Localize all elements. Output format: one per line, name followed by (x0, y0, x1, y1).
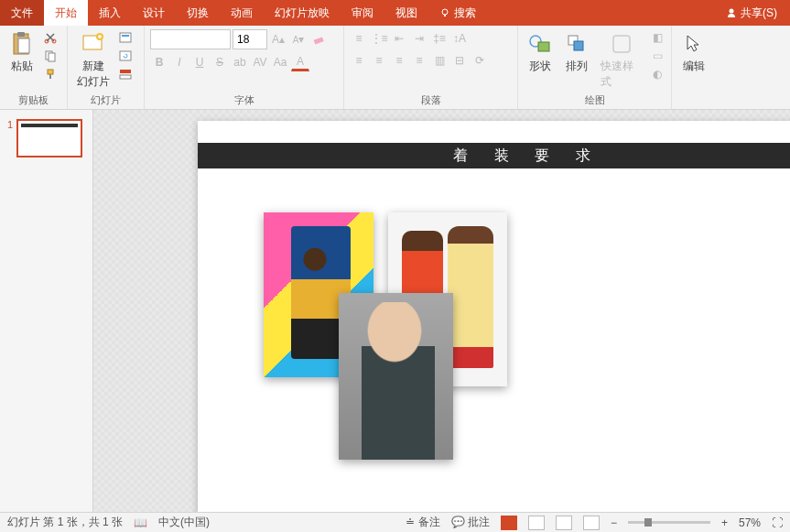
editing-button[interactable]: 编辑 (677, 29, 710, 76)
shapes-button[interactable]: 形状 (524, 29, 557, 76)
tab-file[interactable]: 文件 (0, 0, 44, 26)
shapes-icon (528, 33, 552, 55)
layout-button[interactable] (117, 29, 134, 46)
spellcheck-icon[interactable]: 📖 (134, 516, 147, 529)
slide-thumbnail-1[interactable] (16, 119, 82, 157)
tab-home[interactable]: 开始 (44, 0, 88, 26)
slide-image-3[interactable] (339, 293, 453, 460)
section-icon (119, 69, 132, 80)
shape-effects-button[interactable]: ◐ (649, 66, 666, 82)
slide-canvas[interactable]: 着 装 要 求 (93, 110, 790, 512)
tab-view[interactable]: 视图 (384, 0, 428, 26)
align-text-button[interactable]: ⊟ (450, 51, 469, 70)
format-painter-button[interactable] (42, 66, 59, 82)
tab-transition[interactable]: 切换 (176, 0, 220, 26)
brush-icon (44, 68, 57, 81)
tab-slideshow[interactable]: 幻灯片放映 (264, 0, 341, 26)
eraser-icon (312, 33, 325, 46)
fit-window-button[interactable]: ⛶ (772, 516, 783, 529)
lightbulb-icon (439, 7, 450, 18)
italic-button[interactable]: I (170, 53, 189, 71)
indent-increase-button[interactable]: ⇥ (410, 29, 428, 48)
align-left-button[interactable]: ≡ (350, 51, 368, 70)
svg-rect-18 (120, 75, 131, 79)
font-color-button[interactable]: A (291, 53, 309, 71)
case-button[interactable]: Aa (271, 53, 289, 71)
smartart-button[interactable]: ⟳ (471, 51, 489, 70)
slide[interactable]: 着 装 要 求 (198, 121, 790, 512)
tab-animation[interactable]: 动画 (220, 0, 264, 26)
zoom-level[interactable]: 57% (739, 516, 761, 529)
group-slides-label: 幻灯片 (73, 92, 138, 107)
tab-design[interactable]: 设计 (132, 0, 176, 26)
person-icon (726, 7, 737, 18)
columns-button[interactable]: ▥ (430, 51, 449, 70)
svg-rect-15 (122, 35, 129, 37)
comments-button[interactable]: 💬 批注 (451, 515, 490, 530)
clear-format-button[interactable] (309, 30, 328, 49)
decrease-font-button[interactable]: A▾ (289, 30, 308, 49)
strike-button[interactable]: S (211, 53, 229, 71)
zoom-slider[interactable] (628, 521, 710, 524)
underline-button[interactable]: U (190, 53, 209, 71)
sorter-view-button[interactable] (528, 516, 545, 530)
thumbnail-number: 1 (7, 119, 13, 157)
group-drawing-label: 绘图 (524, 92, 666, 107)
align-right-button[interactable]: ≡ (390, 51, 408, 70)
slide-title[interactable]: 着 装 要 求 (198, 143, 790, 168)
align-center-button[interactable]: ≡ (370, 51, 388, 70)
cut-button[interactable] (42, 29, 59, 46)
shape-outline-button[interactable]: ▭ (649, 48, 666, 64)
svg-rect-21 (538, 42, 549, 51)
group-font-label: 字体 (150, 92, 338, 107)
svg-rect-23 (574, 41, 583, 50)
reading-view-button[interactable] (556, 516, 572, 530)
bullets-button[interactable]: ≡ (350, 29, 368, 48)
normal-view-button[interactable] (501, 516, 517, 530)
group-clipboard-label: 剪贴板 (5, 92, 61, 107)
svg-rect-24 (613, 36, 630, 52)
copy-button[interactable] (42, 48, 59, 64)
svg-rect-10 (48, 70, 53, 74)
slideshow-view-button[interactable] (583, 516, 600, 530)
cursor-icon (684, 33, 704, 55)
line-spacing-button[interactable]: ‡≡ (430, 29, 449, 48)
svg-rect-16 (120, 51, 131, 60)
numbering-button[interactable]: ⋮≡ (370, 29, 388, 48)
justify-button[interactable]: ≡ (410, 51, 428, 70)
spacing-button[interactable]: AV (251, 53, 269, 71)
section-button[interactable] (117, 66, 134, 82)
shape-fill-button[interactable]: ◧ (649, 29, 666, 46)
indent-decrease-button[interactable]: ⇤ (390, 29, 408, 48)
text-direction-button[interactable]: ↕A (450, 29, 469, 48)
language-label[interactable]: 中文(中国) (158, 515, 210, 530)
reset-button[interactable] (117, 48, 134, 64)
slide-counter: 幻灯片 第 1 张，共 1 张 (7, 515, 123, 530)
styles-icon (611, 33, 633, 55)
arrange-button[interactable]: 排列 (560, 29, 593, 76)
svg-rect-1 (444, 15, 446, 16)
tab-insert[interactable]: 插入 (88, 0, 132, 26)
bold-button[interactable]: B (150, 53, 168, 71)
svg-rect-9 (49, 53, 55, 61)
slide-icon (81, 32, 105, 56)
font-name-input[interactable] (150, 29, 231, 49)
search-box[interactable]: 搜索 (428, 0, 487, 26)
quick-styles-button[interactable]: 快速样式 (597, 29, 645, 92)
svg-point-2 (730, 9, 734, 14)
tab-review[interactable]: 审阅 (341, 0, 384, 26)
svg-rect-5 (18, 38, 29, 53)
shadow-button[interactable]: ab (231, 53, 249, 71)
new-slide-button[interactable]: 新建 幻灯片 (73, 29, 114, 92)
notes-button[interactable]: ≐ 备注 (406, 515, 439, 530)
increase-font-button[interactable]: A▴ (269, 30, 287, 49)
font-size-input[interactable]: 18 (233, 29, 267, 49)
svg-rect-19 (314, 37, 324, 44)
svg-rect-17 (120, 70, 131, 73)
share-button[interactable]: 共享(S) (713, 5, 790, 21)
zoom-out-button[interactable]: − (611, 516, 617, 529)
zoom-in-button[interactable]: + (721, 516, 728, 529)
paste-button[interactable]: 粘贴 (5, 29, 38, 76)
reset-icon (119, 50, 132, 61)
status-bar: 幻灯片 第 1 张，共 1 张 📖 中文(中国) ≐ 备注 💬 批注 − + 5… (0, 512, 790, 532)
